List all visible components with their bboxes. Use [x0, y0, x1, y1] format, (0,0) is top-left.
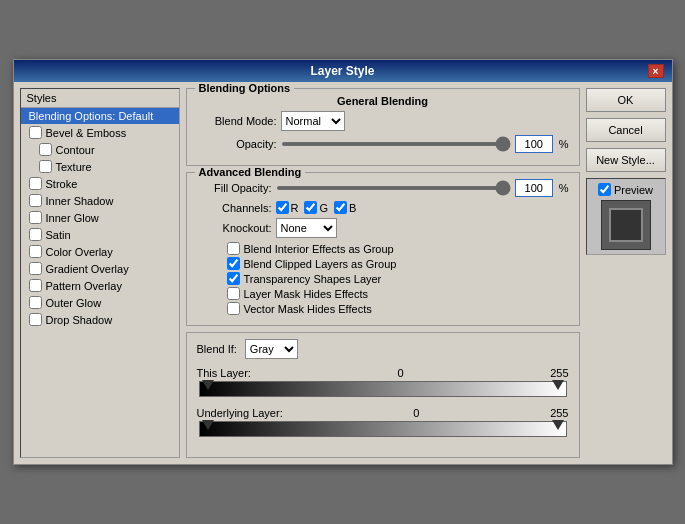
this-layer-track[interactable] — [199, 381, 567, 397]
adv-checkbox-blend-clipped[interactable] — [227, 257, 240, 270]
sidebar-item-stroke[interactable]: Stroke — [21, 175, 179, 192]
adv-label-blend-clipped: Blend Clipped Layers as Group — [244, 258, 397, 270]
channel-r-label[interactable]: R — [276, 201, 299, 214]
this-layer-row: This Layer: 0 255 — [197, 367, 569, 397]
channel-r-text: R — [291, 202, 299, 214]
sidebar-label-satin: Satin — [46, 229, 71, 241]
sidebar-item-contour[interactable]: Contour — [21, 141, 179, 158]
fill-opacity-row: Fill Opacity: % — [197, 179, 569, 197]
adv-checkbox-vector-mask-hides[interactable] — [227, 302, 240, 315]
adv-check-blend-clipped[interactable]: Blend Clipped Layers as Group — [197, 257, 569, 270]
channels-row: Channels: R G B — [197, 201, 569, 214]
sidebar-item-blending-options[interactable]: Blending Options: Default — [21, 108, 179, 124]
blend-mode-label: Blend Mode: — [197, 115, 277, 127]
adv-label-transparency-shapes: Transparency Shapes Layer — [244, 273, 382, 285]
channel-g-checkbox[interactable] — [304, 201, 317, 214]
channel-b-text: B — [349, 202, 356, 214]
fill-opacity-percent: % — [559, 182, 569, 194]
this-layer-info: This Layer: 0 255 — [197, 367, 569, 379]
sidebar-label-bevel-emboss: Bevel & Emboss — [46, 127, 127, 139]
underlying-layer-handle-right[interactable] — [552, 420, 564, 430]
sidebar-label-pattern-overlay: Pattern Overlay — [46, 280, 122, 292]
blend-if-section: Blend If: Gray Red Green Blue This Layer… — [186, 332, 580, 458]
sidebar-checkbox-outer-glow[interactable] — [29, 296, 42, 309]
sidebar-item-texture[interactable]: Texture — [21, 158, 179, 175]
channel-g-text: G — [319, 202, 328, 214]
sidebar-item-satin[interactable]: Satin — [21, 226, 179, 243]
channel-g-label[interactable]: G — [304, 201, 328, 214]
underlying-layer-min: 0 — [413, 407, 419, 419]
fill-opacity-value[interactable] — [515, 179, 553, 197]
sidebar-checkbox-satin[interactable] — [29, 228, 42, 241]
adv-check-blend-interior[interactable]: Blend Interior Effects as Group — [197, 242, 569, 255]
underlying-layer-track[interactable] — [199, 421, 567, 437]
adv-checkbox-transparency-shapes[interactable] — [227, 272, 240, 285]
sidebar-item-bevel-emboss[interactable]: Bevel & Emboss — [21, 124, 179, 141]
sidebar-label-gradient-overlay: Gradient Overlay — [46, 263, 129, 275]
adv-check-layer-mask-hides[interactable]: Layer Mask Hides Effects — [197, 287, 569, 300]
this-layer-handle-right[interactable] — [552, 380, 564, 390]
fill-opacity-slider-container — [276, 180, 511, 196]
sidebar-item-pattern-overlay[interactable]: Pattern Overlay — [21, 277, 179, 294]
this-layer-handle-left[interactable] — [202, 380, 214, 390]
blend-mode-row: Blend Mode: Normal Dissolve Multiply Scr… — [197, 111, 569, 131]
channel-r-checkbox[interactable] — [276, 201, 289, 214]
advanced-blending-title: Advanced Blending — [195, 166, 306, 178]
blend-if-select[interactable]: Gray Red Green Blue — [245, 339, 298, 359]
sidebar-label-outer-glow: Outer Glow — [46, 297, 102, 309]
adv-checkbox-layer-mask-hides[interactable] — [227, 287, 240, 300]
sidebar-label-color-overlay: Color Overlay — [46, 246, 113, 258]
blend-if-row: Blend If: Gray Red Green Blue — [197, 339, 569, 359]
blending-options-section: Blending Options General Blending Blend … — [186, 88, 580, 166]
sidebar-item-color-overlay[interactable]: Color Overlay — [21, 243, 179, 260]
fill-opacity-slider[interactable] — [276, 186, 511, 190]
channel-b-label[interactable]: B — [334, 201, 356, 214]
channel-b-checkbox[interactable] — [334, 201, 347, 214]
close-button[interactable]: × — [648, 64, 664, 78]
new-style-button[interactable]: New Style... — [586, 148, 666, 172]
sidebar-checkbox-stroke[interactable] — [29, 177, 42, 190]
blend-mode-select[interactable]: Normal Dissolve Multiply Screen Overlay — [281, 111, 345, 131]
adv-checkbox-blend-interior[interactable] — [227, 242, 240, 255]
sidebar-checkbox-inner-glow[interactable] — [29, 211, 42, 224]
sidebar-label-contour: Contour — [56, 144, 95, 156]
sidebar-label-drop-shadow: Drop Shadow — [46, 314, 113, 326]
adv-label-layer-mask-hides: Layer Mask Hides Effects — [244, 288, 369, 300]
this-layer-max: 255 — [550, 367, 568, 379]
sidebar-item-inner-shadow[interactable]: Inner Shadow — [21, 192, 179, 209]
preview-swatch — [601, 200, 651, 250]
sidebar-item-drop-shadow[interactable]: Drop Shadow — [21, 311, 179, 328]
knockout-select[interactable]: None Shallow Deep — [276, 218, 337, 238]
underlying-layer-handle-left[interactable] — [202, 420, 214, 430]
sidebar-label-stroke: Stroke — [46, 178, 78, 190]
sidebar-item-outer-glow[interactable]: Outer Glow — [21, 294, 179, 311]
adv-check-transparency-shapes[interactable]: Transparency Shapes Layer — [197, 272, 569, 285]
sidebar-checkbox-pattern-overlay[interactable] — [29, 279, 42, 292]
sidebar-checkbox-inner-shadow[interactable] — [29, 194, 42, 207]
opacity-slider[interactable] — [281, 142, 511, 146]
general-blending-title: General Blending — [197, 95, 569, 107]
preview-inner-swatch — [609, 208, 643, 242]
dialog-body: Styles Blending Options: DefaultBevel & … — [14, 82, 672, 464]
sidebar-item-gradient-overlay[interactable]: Gradient Overlay — [21, 260, 179, 277]
knockout-label: Knockout: — [197, 222, 272, 234]
sidebar-checkbox-drop-shadow[interactable] — [29, 313, 42, 326]
sidebar-checkbox-gradient-overlay[interactable] — [29, 262, 42, 275]
channels-checkboxes: R G B — [276, 201, 357, 214]
preview-checkbox[interactable] — [598, 183, 611, 196]
sidebar-checkbox-contour[interactable] — [39, 143, 52, 156]
preview-checkbox-label[interactable]: Preview — [598, 183, 653, 196]
opacity-value[interactable] — [515, 135, 553, 153]
sidebar-checkbox-color-overlay[interactable] — [29, 245, 42, 258]
adv-label-blend-interior: Blend Interior Effects as Group — [244, 243, 394, 255]
sidebar-checkbox-texture[interactable] — [39, 160, 52, 173]
sidebar-checkbox-bevel-emboss[interactable] — [29, 126, 42, 139]
title-bar: Layer Style × — [14, 60, 672, 82]
preview-section: Preview — [586, 178, 666, 255]
ok-button[interactable]: OK — [586, 88, 666, 112]
cancel-button[interactable]: Cancel — [586, 118, 666, 142]
advanced-blending-section: Advanced Blending Fill Opacity: % Channe… — [186, 172, 580, 326]
sidebar-item-inner-glow[interactable]: Inner Glow — [21, 209, 179, 226]
this-layer-label: This Layer: — [197, 367, 251, 379]
adv-check-vector-mask-hides[interactable]: Vector Mask Hides Effects — [197, 302, 569, 315]
